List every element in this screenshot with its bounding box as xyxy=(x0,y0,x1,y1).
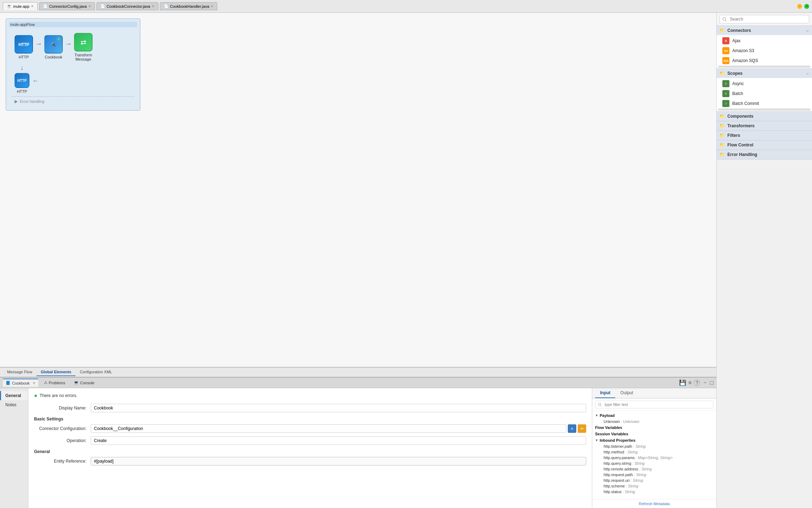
tab-input[interactable]: Input xyxy=(595,388,615,398)
edit-config-button[interactable]: ✏ xyxy=(578,424,586,433)
right-search-input[interactable] xyxy=(595,401,713,408)
sidebar-item-batch-commit[interactable]: ✓ Batch Commit xyxy=(717,99,812,108)
sidebar-section-header-components[interactable]: 📁 Components xyxy=(717,112,812,121)
minimize-button[interactable]: － xyxy=(797,4,802,9)
sidebar-item-ajax[interactable]: A Ajax xyxy=(717,36,812,46)
flow-node-http-bottom[interactable]: HTTP HTTP xyxy=(15,73,29,94)
connectors-list: A Ajax S3 Amazon S3 SQS Ama xyxy=(717,35,812,68)
tab-label: CookbookHandler.java xyxy=(170,4,209,9)
maximize-button[interactable]: ＋ xyxy=(804,4,809,9)
tree-section-session-vars[interactable]: Session Variables xyxy=(592,431,716,437)
form-area: ● There are no errors. Display Name: Bas… xyxy=(28,388,592,508)
sidebar-section-header-scopes[interactable]: 📁 Scopes ↔ xyxy=(717,69,812,78)
sidebar-section-header-error-handling[interactable]: 📁 Error Handling xyxy=(717,150,812,159)
close-icon[interactable]: ✕ xyxy=(152,4,155,8)
inbound-label: Inbound Properties xyxy=(600,438,635,442)
panel-tab-problems[interactable]: ⚠ Problems xyxy=(41,379,68,386)
node-icon-transform: ⇄ xyxy=(74,33,93,51)
close-icon[interactable]: ✕ xyxy=(31,4,34,8)
tab-icon: 📄 xyxy=(100,4,105,9)
sidebar-section-components: 📁 Components xyxy=(717,112,812,121)
tab-output[interactable]: Output xyxy=(615,388,638,398)
tree-section-payload[interactable]: ▼ Payload xyxy=(592,412,716,419)
tab-connector-config[interactable]: 📄 ConnectorConfig.java ✕ xyxy=(39,2,95,10)
panel-tab-cookbook[interactable]: 📘 Cookbook ✕ xyxy=(3,379,38,387)
connector-config-select[interactable]: Cookbook__Configuration xyxy=(91,424,566,433)
operation-row: Operation: Create xyxy=(34,436,586,445)
sidebar-item-batch[interactable]: ≡ Batch xyxy=(717,89,812,99)
flow-vars-label: Flow Variables xyxy=(595,425,622,430)
search-input[interactable] xyxy=(719,15,809,23)
sidebar-section-scopes: 📁 Scopes ↔ ≡ Async ≡ xyxy=(717,69,812,112)
sidebar-section-filters: 📁 Filters xyxy=(717,131,812,140)
tab-cookbook-connector[interactable]: 📄 CookbookConnector.java ✕ xyxy=(96,2,158,10)
folder-icon-connectors: 📁 xyxy=(719,28,725,33)
main-container: mule-appFlow HTTP HTTP → 🔌 + xyxy=(0,13,812,508)
panel-tab-console[interactable]: 💻 Console xyxy=(71,379,97,386)
title-bar: ☕ mule-app ✕ 📄 ConnectorConfig.java ✕ 📄 … xyxy=(0,0,812,13)
tree-leaf-unknown: Unknown : Unknown xyxy=(597,419,716,424)
sidebar-item-amazon-s3[interactable]: S3 Amazon S3 xyxy=(717,46,812,56)
tab-cookbook-handler[interactable]: 📄 CookbookHandler.java ✕ xyxy=(160,2,218,10)
amazon-sqs-label: Amazon SQS xyxy=(732,58,758,63)
operation-select[interactable]: Create xyxy=(91,436,586,445)
node-label-http-bottom: HTTP xyxy=(17,89,27,94)
flow-node-http[interactable]: HTTP HTTP xyxy=(15,35,33,59)
flow-node-transform[interactable]: ⇄ TransformMessage xyxy=(74,33,93,61)
async-label: Async xyxy=(732,81,744,86)
help-icon[interactable]: ? xyxy=(694,380,700,386)
minimize-panel-icon[interactable]: － xyxy=(702,379,708,386)
components-label: Components xyxy=(727,114,753,119)
lower-panel: 📘 Cookbook ✕ ⚠ Problems 💻 Console 💾 ≡ ? … xyxy=(0,377,716,508)
refresh-metadata-button[interactable]: Refresh Metadata xyxy=(592,499,716,508)
error-handling[interactable]: ▶ Error handling xyxy=(12,96,134,106)
cookbook-close-icon[interactable]: ✕ xyxy=(33,381,35,385)
list-icon[interactable]: ≡ xyxy=(688,380,691,386)
folder-icon-filters: 📁 xyxy=(719,133,725,138)
close-icon[interactable]: ✕ xyxy=(88,4,91,8)
operation-label: Operation: xyxy=(34,438,91,443)
tree-leaf-method: http.method : String xyxy=(597,449,716,455)
sidebar-section-header-flow-control[interactable]: 📁 Flow Control xyxy=(717,140,812,150)
connector-config-label: Connector Configuration: xyxy=(34,426,91,431)
sidebar-item-amazon-sqs[interactable]: SQS Amazon SQS xyxy=(717,56,812,66)
save-icon[interactable]: 💾 xyxy=(679,379,686,386)
tab-global-elements[interactable]: Global Elements xyxy=(37,368,75,376)
tab-mule-app[interactable]: ☕ mule-app ✕ xyxy=(3,2,38,10)
sidebar-section-header-filters[interactable]: 📁 Filters xyxy=(717,131,812,140)
triangle-payload: ▼ xyxy=(595,414,598,417)
sidebar-item-async[interactable]: ≡ Async xyxy=(717,79,812,89)
tab-configuration-xml[interactable]: Configuration XML xyxy=(75,368,116,376)
expand-panel-icon[interactable]: □ xyxy=(710,380,713,386)
sidebar-section-header-transformers[interactable]: 📁 Transformers xyxy=(717,121,812,130)
sidebar-section-header-connectors[interactable]: 📁 Connectors ↔ xyxy=(717,26,812,35)
flow-node-cookbook[interactable]: 🔌 + Cookbook xyxy=(44,35,63,59)
side-nav-general[interactable]: General xyxy=(0,391,28,400)
arrow-left: ← xyxy=(32,77,39,85)
sidebar-scroll: 📁 Connectors ↔ A Ajax S3 xyxy=(717,26,812,508)
sidebar-section-error-handling: 📁 Error Handling xyxy=(717,150,812,160)
flow-block-title: mule-appFlow xyxy=(9,22,137,27)
lower-content: General Notes ● There are no errors. Dis… xyxy=(0,388,716,508)
connector-config-row: Connector Configuration: Cookbook__Confi… xyxy=(34,424,586,433)
flow-block: mule-appFlow HTTP HTTP → 🔌 + xyxy=(6,18,140,111)
tree-section-flow-vars[interactable]: Flow Variables xyxy=(592,424,716,431)
general-section-title: General xyxy=(34,449,586,454)
cookbook-tab-icon: 📘 xyxy=(6,381,11,385)
flow-canvas[interactable]: mule-appFlow HTTP HTTP → 🔌 + xyxy=(0,13,716,367)
side-nav-notes[interactable]: Notes xyxy=(0,400,28,409)
expand-connectors-icon: ↔ xyxy=(806,29,809,33)
batch-commit-label: Batch Commit xyxy=(732,101,759,106)
entity-ref-input[interactable] xyxy=(91,457,586,465)
tree-section-inbound[interactable]: ▼ Inbound Properties xyxy=(592,437,716,443)
display-name-row: Display Name: xyxy=(34,404,586,412)
close-icon[interactable]: ✕ xyxy=(211,4,213,8)
amazon-s3-icon: S3 xyxy=(722,47,729,54)
tab-message-flow[interactable]: Message Flow xyxy=(3,368,37,376)
http-bottom-icon: HTTP xyxy=(17,79,27,83)
add-config-button[interactable]: + xyxy=(568,424,576,433)
node-icon-cookbook: 🔌 + xyxy=(44,35,63,54)
arrow-down: ↓ xyxy=(21,64,24,72)
transformers-label: Transformers xyxy=(727,123,755,128)
display-name-input[interactable] xyxy=(91,404,586,412)
